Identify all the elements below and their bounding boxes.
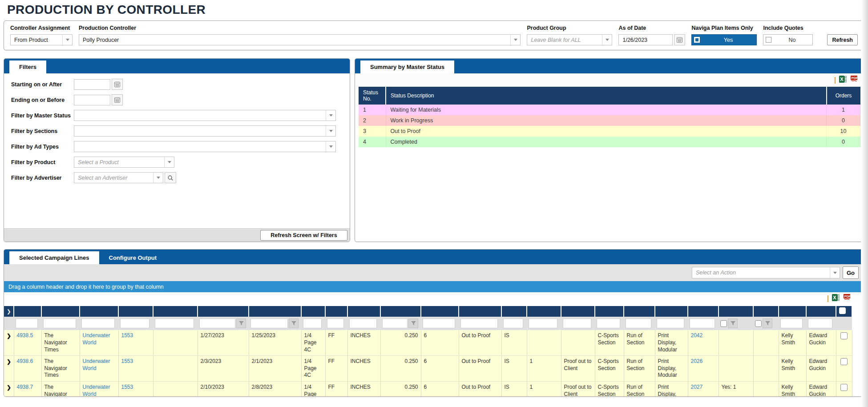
grid-col-issue-date[interactable] <box>198 306 249 317</box>
position-filter-input[interactable] <box>626 318 651 328</box>
cell-link-line-no[interactable]: 4938.5 <box>17 332 33 338</box>
refresh-with-filters-button[interactable]: Refresh Screen w/ Filters <box>260 230 347 241</box>
campaign-filter-input[interactable] <box>120 318 149 328</box>
cell-link-advertiser[interactable]: Underwater World <box>83 384 110 396</box>
filter-funnel-icon[interactable] <box>408 318 418 328</box>
chevron-down-icon[interactable] <box>830 267 840 278</box>
filter-advertiser-select[interactable]: Select an Advertiser <box>74 172 163 183</box>
grid-col-approval-status[interactable] <box>561 306 595 317</box>
ending-date-input[interactable] <box>74 95 110 105</box>
grid-col-approval-id[interactable] <box>527 306 561 317</box>
filter-funnel-icon[interactable] <box>289 318 299 328</box>
grid-col-line-type[interactable] <box>325 306 347 317</box>
action-select[interactable]: Select an Action <box>692 267 840 278</box>
row-checkbox[interactable] <box>840 384 848 391</box>
grid-col-select-all[interactable] <box>836 306 852 317</box>
group-by-drop-zone[interactable]: Drag a column header and drop it here to… <box>4 281 864 292</box>
grid-col-advertiser[interactable] <box>80 306 118 317</box>
row-expand-icon[interactable]: ❯ <box>4 381 14 396</box>
grid-col-line-desc[interactable] <box>301 306 325 317</box>
ad-types-select[interactable] <box>74 141 336 152</box>
calendar-icon[interactable] <box>112 94 123 105</box>
line-desc-filter-input[interactable] <box>303 318 322 328</box>
grid-col-material[interactable] <box>688 306 719 317</box>
grid-col-product[interactable] <box>41 306 80 317</box>
grid-col-position[interactable] <box>624 306 655 317</box>
product-group-select[interactable]: Leave Blank for ALL <box>527 34 612 45</box>
cell-link-material[interactable]: 2042 <box>691 332 703 338</box>
chevron-down-icon[interactable] <box>62 35 72 45</box>
tab-configure-output[interactable]: Configure Output <box>99 251 167 264</box>
cell-link-material[interactable]: 2027 <box>691 384 703 390</box>
master-status-select[interactable] <box>74 110 336 121</box>
excel-export-icon[interactable]: X <box>832 294 840 303</box>
grid-col-primary-contact[interactable] <box>806 306 836 317</box>
brand-rep-filter-input[interactable] <box>780 318 803 328</box>
chevron-down-icon[interactable] <box>326 141 335 152</box>
go-button[interactable]: Go <box>843 266 859 279</box>
excel-export-icon[interactable]: X <box>839 76 847 85</box>
controller-assignment-select[interactable]: From Product <box>10 34 73 45</box>
search-icon[interactable] <box>165 172 176 183</box>
expand-all-icon[interactable]: ❯ <box>4 306 14 317</box>
campaign-desc-filter-input[interactable] <box>155 318 194 328</box>
grid-col-prod-notes[interactable] <box>719 306 753 317</box>
chevron-down-icon[interactable] <box>326 126 335 136</box>
approval-id-filter-input[interactable] <box>529 318 557 328</box>
cell-link-campaign[interactable]: 1553 <box>121 384 133 390</box>
issue-date-filter-input[interactable] <box>199 318 235 328</box>
grid-col-prod-status-desc[interactable] <box>459 306 501 317</box>
chevron-down-icon[interactable] <box>510 35 520 45</box>
refresh-button[interactable]: Refresh <box>827 34 858 45</box>
filter-funnel-icon[interactable] <box>728 318 738 328</box>
grid-col-campaign-desc[interactable] <box>153 306 198 317</box>
tab-selected-campaign-lines[interactable]: Selected Campaign Lines <box>9 251 99 264</box>
prod-notes-filter-checkbox[interactable] <box>720 320 727 327</box>
page-eq-filter-input[interactable] <box>382 318 408 328</box>
row-expand-icon[interactable]: ❯ <box>4 356 14 382</box>
pdf-export-icon[interactable]: PDF <box>843 294 851 303</box>
cell-link-campaign[interactable]: 1553 <box>121 332 133 338</box>
calendar-icon[interactable] <box>112 79 123 90</box>
filter-funnel-icon[interactable] <box>236 318 246 328</box>
grid-col-int-note[interactable] <box>753 306 779 317</box>
product-filter-input[interactable] <box>43 318 76 328</box>
grid-col-due-date[interactable] <box>249 306 301 317</box>
include-quotes-toggle[interactable]: No <box>763 34 813 45</box>
cell-link-advertiser[interactable]: Underwater World <box>83 332 110 346</box>
chevron-down-icon[interactable] <box>602 35 612 45</box>
int-note-filter-checkbox[interactable] <box>755 320 762 327</box>
material-filter-input[interactable] <box>690 318 715 328</box>
approval-status-filter-input[interactable] <box>563 318 591 328</box>
grid-col-order-status[interactable] <box>501 306 527 317</box>
chevron-down-icon[interactable] <box>153 173 163 183</box>
grid-col-page-eq[interactable] <box>380 306 421 317</box>
chevron-down-icon[interactable] <box>326 110 335 121</box>
cell-link-line-no[interactable]: 4938.6 <box>17 358 33 364</box>
grid-col-line-no[interactable] <box>14 306 41 317</box>
cell-link-advertiser[interactable]: Underwater World <box>83 358 110 371</box>
cell-link-line-no[interactable]: 4938.7 <box>17 384 33 390</box>
naviga-plan-toggle[interactable]: Yes <box>691 34 757 45</box>
line-no-filter-input[interactable] <box>16 318 38 328</box>
grid-col-uom[interactable] <box>347 306 380 317</box>
tab-summary-by-master-status[interactable]: Summary by Master Status <box>360 60 454 73</box>
grid-col-ad-type[interactable] <box>655 306 688 317</box>
grid-col-section[interactable] <box>595 306 624 317</box>
chevron-down-icon[interactable] <box>164 157 174 167</box>
prod-status-desc-filter-input[interactable] <box>460 318 498 328</box>
filter-funnel-icon[interactable] <box>763 318 772 328</box>
grid-col-brand-rep[interactable] <box>779 306 806 317</box>
sections-select[interactable] <box>74 125 336 137</box>
tab-filters[interactable]: Filters <box>9 60 46 73</box>
calendar-icon[interactable] <box>674 34 685 45</box>
grid-col-campaign[interactable] <box>118 306 153 317</box>
ad-type-filter-input[interactable] <box>657 318 684 328</box>
section-filter-input[interactable] <box>597 318 620 328</box>
grid-col-prod-status[interactable] <box>421 306 459 317</box>
uom-filter-input[interactable] <box>349 318 377 328</box>
primary-contact-filter-input[interactable] <box>808 318 832 328</box>
cell-link-campaign[interactable]: 1553 <box>121 358 133 364</box>
starting-date-input[interactable] <box>74 79 110 90</box>
due-date-filter-input[interactable] <box>250 318 288 328</box>
